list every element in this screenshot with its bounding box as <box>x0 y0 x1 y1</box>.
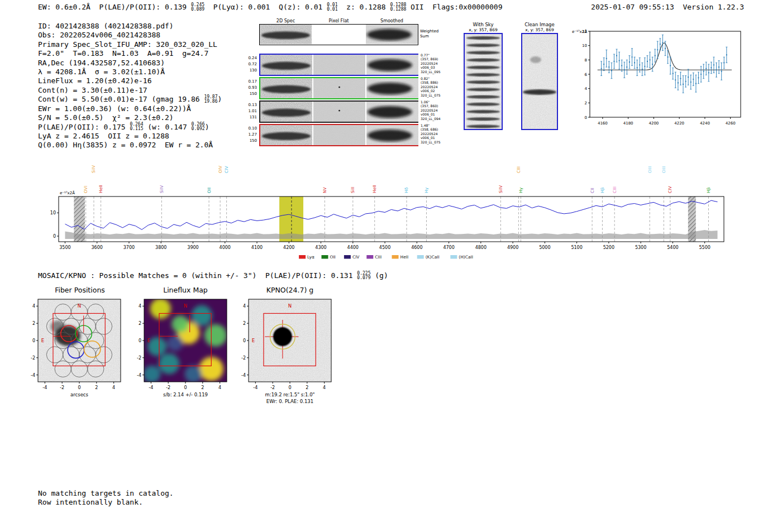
y-tick-label: 0 <box>139 338 141 343</box>
y-tick-label: -2 <box>31 356 35 361</box>
x-tick-label: 4200 <box>649 121 659 126</box>
cutout-smooth <box>366 25 418 44</box>
x-tick-label: 5500 <box>699 245 710 250</box>
emission-line-label: CIV <box>224 166 229 173</box>
data-point <box>673 73 674 74</box>
sky-fiber-stripe <box>466 103 500 106</box>
blank-flat <box>313 25 365 44</box>
x-tick-label: 5400 <box>667 245 678 250</box>
info-line: Primary Spec_Slot_IFU_AMP: 320_032_020_L… <box>38 40 222 49</box>
row-left-label: 1.27 <box>240 132 257 138</box>
data-point <box>616 55 617 56</box>
flux-blob <box>192 305 212 326</box>
data-point <box>678 82 679 83</box>
emission-band <box>262 85 311 93</box>
noise-texture <box>313 78 365 98</box>
cutout-smooth <box>366 78 418 98</box>
sky-fiber-stripe <box>466 88 500 91</box>
header-text: P(Lyα): 0.001 Q(z): 0.01 <box>204 3 327 11</box>
row-fiber-annotation-line: 1.06" <box>421 100 461 104</box>
row-fiber-annotation-line: v006_01 <box>421 112 461 116</box>
with-sky-title: With Sky <box>464 22 503 27</box>
x-tick-label: -2 <box>60 385 64 390</box>
x-tick-label: 0 <box>184 385 187 390</box>
row-left-label: 130 <box>240 68 257 74</box>
row-fiber-annotation-line: 0.77" <box>421 53 461 57</box>
data-point <box>723 62 724 63</box>
clean-image-title: Clean Image <box>521 22 558 27</box>
legend-label: CIII <box>375 255 382 260</box>
emission-line-label: Hγ <box>518 187 523 193</box>
info-line: P(LAE)/P(OII): 0.175 0.2640.115 (w: 0.14… <box>38 123 222 132</box>
sky-fiber-stripe <box>466 124 500 128</box>
row-fiber-annotation-line: 20220524 <box>421 108 461 112</box>
legend-label: HeII <box>400 255 409 260</box>
info-line: Obs: 20220524v006_4021428388 <box>38 31 222 40</box>
row-left-scale-labels: 0.101.27150 <box>240 126 257 144</box>
data-point <box>608 66 609 68</box>
x-tick-label: 4100 <box>251 245 263 250</box>
row-fiber-annotation-line: 20220524 <box>421 61 461 65</box>
legend-swatch <box>299 255 306 259</box>
x-tick-label: 4260 <box>726 121 736 126</box>
cutout-smooth <box>366 125 418 145</box>
row-fiber-annotation: 1.06"(357, 860)20220524v006_01320_LL_094 <box>421 100 461 121</box>
y-tick-label: 0 <box>53 234 56 239</box>
cutout-spec <box>260 125 312 145</box>
row-fiber-annotation: 0.82"(358, 886)20220524v006_02320_LL_075 <box>421 76 461 97</box>
y-tick-label: 4 <box>139 304 141 309</box>
info-text: RA,Dec (194.432587,52.410683) <box>38 59 165 67</box>
emission-line-label: SiII <box>350 187 355 193</box>
emission-line-label: OII <box>207 188 212 193</box>
north-label: N <box>184 303 187 309</box>
info-text: P(LAE)/P(OII): 0.175 <box>38 123 130 131</box>
noise-texture <box>313 55 365 75</box>
row-fiber-annotation: 1.48"(358, 686)20220524v006_01320_LL_075 <box>421 123 461 144</box>
emission-band <box>262 109 311 117</box>
x-tick-label: 4160 <box>598 121 608 126</box>
data-point <box>721 71 722 72</box>
cutout-spec <box>260 25 312 44</box>
data-point <box>705 68 707 69</box>
cutout-blank <box>313 25 365 44</box>
info-line: EWr = 1.00(±0.36) (w: 0.64(±0.22))Å <box>38 104 222 113</box>
data-point <box>652 64 653 65</box>
row-fiber-annotation-line: (358, 686) <box>421 127 461 131</box>
sky-fiber-stripe <box>466 73 500 76</box>
weighted-sum-label-line: Sum <box>420 34 459 39</box>
legend-swatch <box>344 255 351 259</box>
y-tick-label: 6 <box>585 73 588 77</box>
data-point <box>634 62 635 63</box>
noise-texture <box>522 34 557 129</box>
full-spectrum-plot: 0103500360037003800390040004100420043004… <box>38 154 743 263</box>
info-text: S/N = 5.0(±0.5) χ² = 2.3(±0.2) <box>38 113 174 122</box>
info-text: ) <box>218 95 222 103</box>
data-point <box>726 54 727 55</box>
data-point <box>639 64 640 65</box>
y-tick-label: 4 <box>585 87 588 91</box>
cutout-cell-flat <box>313 78 365 98</box>
x-tick-label: 2 <box>95 385 98 390</box>
info-line: LyA z = 2.4615 OII z = 0.1288 <box>38 132 222 141</box>
flux-blob <box>184 366 202 383</box>
gaussian-fit-curve <box>598 43 732 70</box>
data-point <box>683 84 684 85</box>
x-tick-label: 4 <box>323 385 326 390</box>
row-left-label: 131 <box>240 114 257 121</box>
info-line: λ = 4208.1Å σ = 3.02(±1.10)Å <box>38 68 222 76</box>
cutout-smooth <box>366 55 418 75</box>
smoothed-band <box>368 59 412 71</box>
panel-image-area: NE <box>38 299 121 382</box>
data-point <box>675 79 676 80</box>
row-left-label: 0.24 <box>240 55 257 61</box>
x-tick-label: -4 <box>149 385 153 390</box>
emission-line-label: OVI <box>83 186 88 193</box>
info-text: ) <box>205 123 209 131</box>
emission-line-label: CIV <box>667 186 673 193</box>
with-sky-coords: x, y: 357, 869 <box>464 27 503 32</box>
emission-line-label: Hδ <box>404 187 409 193</box>
x-tick-label: 4800 <box>475 245 487 250</box>
row-fiber-annotation-line: (358, 886) <box>421 80 461 84</box>
x-tick-label: 4700 <box>443 245 454 250</box>
x-tick-label: 0 <box>78 385 80 390</box>
